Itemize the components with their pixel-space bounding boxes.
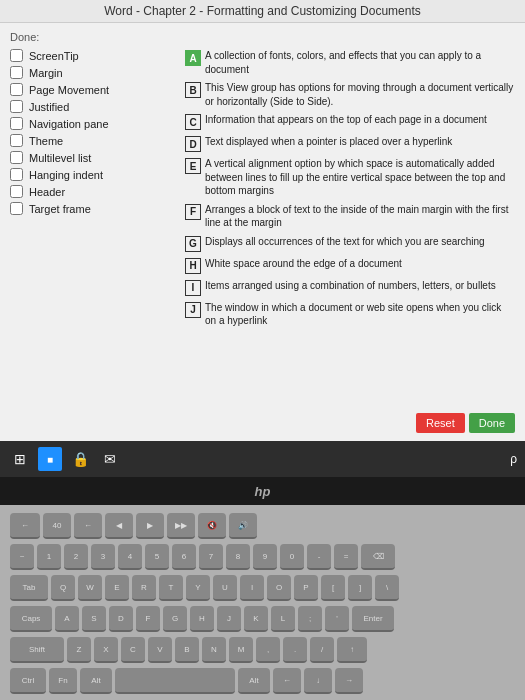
- key-7-1-7[interactable]: 7: [199, 544, 223, 570]
- key-Alt-5-4[interactable]: Alt: [238, 668, 270, 694]
- key-]-2-12[interactable]: ]: [348, 575, 372, 601]
- key-F-3-4[interactable]: F: [136, 606, 160, 632]
- key-[-2-11[interactable]: [: [321, 575, 345, 601]
- taskbar-app-icon[interactable]: ■: [38, 447, 62, 471]
- key-2-1-2[interactable]: 2: [64, 544, 88, 570]
- checkbox-hanging-indent[interactable]: [10, 168, 23, 181]
- key-0-1-10[interactable]: 0: [280, 544, 304, 570]
- checkbox-multilevel-list[interactable]: [10, 151, 23, 164]
- checkbox-margin[interactable]: [10, 66, 23, 79]
- checkbox-item-header[interactable]: Header: [10, 185, 175, 198]
- key-←-0-2[interactable]: ←: [74, 513, 102, 539]
- key-🔊-0-7[interactable]: 🔊: [229, 513, 257, 539]
- key-▶▶-0-5[interactable]: ▶▶: [167, 513, 195, 539]
- checkbox-item-margin[interactable]: Margin: [10, 66, 175, 79]
- key-E-2-3[interactable]: E: [105, 575, 129, 601]
- key-=-1-12[interactable]: =: [334, 544, 358, 570]
- key-W-2-2[interactable]: W: [78, 575, 102, 601]
- key-←-5-5[interactable]: ←: [273, 668, 301, 694]
- checkbox-item-target-frame[interactable]: Target frame: [10, 202, 175, 215]
- key-~-1-0[interactable]: ~: [10, 544, 34, 570]
- key-B-4-5[interactable]: B: [175, 637, 199, 663]
- key-L-3-9[interactable]: L: [271, 606, 295, 632]
- checkbox-screentip[interactable]: [10, 49, 23, 62]
- taskbar-lock-icon[interactable]: 🔒: [68, 447, 92, 471]
- key-6-1-6[interactable]: 6: [172, 544, 196, 570]
- checkbox-item-multilevel-list[interactable]: Multilevel list: [10, 151, 175, 164]
- key-Q-2-1[interactable]: Q: [51, 575, 75, 601]
- key-Shift-4-0[interactable]: Shift: [10, 637, 64, 663]
- key-⌫-1-13[interactable]: ⌫: [361, 544, 395, 570]
- key-H-3-6[interactable]: H: [190, 606, 214, 632]
- key-▶-0-4[interactable]: ▶: [136, 513, 164, 539]
- key-K-3-8[interactable]: K: [244, 606, 268, 632]
- checkbox-item-hanging-indent[interactable]: Hanging indent: [10, 168, 175, 181]
- key-3-1-3[interactable]: 3: [91, 544, 115, 570]
- key-1-1-1[interactable]: 1: [37, 544, 61, 570]
- key-Y-2-6[interactable]: Y: [186, 575, 210, 601]
- key-Z-4-1[interactable]: Z: [67, 637, 91, 663]
- key-↑-4-11[interactable]: ↑: [337, 637, 367, 663]
- checkbox-label-target-frame: Target frame: [29, 203, 91, 215]
- checkbox-item-theme[interactable]: Theme: [10, 134, 175, 147]
- key---1-11[interactable]: -: [307, 544, 331, 570]
- checkbox-item-navigation-pane[interactable]: Navigation pane: [10, 117, 175, 130]
- checkbox-theme[interactable]: [10, 134, 23, 147]
- key-X-4-2[interactable]: X: [94, 637, 118, 663]
- checkbox-item-page-movement[interactable]: Page Movement: [10, 83, 175, 96]
- key-◀-0-3[interactable]: ◀: [105, 513, 133, 539]
- checkbox-item-justified[interactable]: Justified: [10, 100, 175, 113]
- start-icon[interactable]: ⊞: [8, 447, 32, 471]
- checkbox-page-movement[interactable]: [10, 83, 23, 96]
- key-→-5-7[interactable]: →: [335, 668, 363, 694]
- key-P-2-10[interactable]: P: [294, 575, 318, 601]
- key-Tab-2-0[interactable]: Tab: [10, 575, 48, 601]
- key-\-2-13[interactable]: \: [375, 575, 399, 601]
- checkbox-navigation-pane[interactable]: [10, 117, 23, 130]
- key-D-3-3[interactable]: D: [109, 606, 133, 632]
- def-letter-h: H: [185, 258, 201, 274]
- definition-item-i: IItems arranged using a combination of n…: [185, 279, 515, 296]
- key-space-5-3[interactable]: [115, 668, 235, 694]
- done-button[interactable]: Done: [469, 413, 515, 433]
- taskbar-mail-icon[interactable]: ✉: [98, 447, 122, 471]
- key-40-0-1[interactable]: 40: [43, 513, 71, 539]
- key-C-4-3[interactable]: C: [121, 637, 145, 663]
- key-Enter-3-12[interactable]: Enter: [352, 606, 394, 632]
- key-←-0-0[interactable]: ←: [10, 513, 40, 539]
- key-/-4-10[interactable]: /: [310, 637, 334, 663]
- checkbox-justified[interactable]: [10, 100, 23, 113]
- checkbox-item-screentip[interactable]: ScreenTip: [10, 49, 175, 62]
- key-V-4-4[interactable]: V: [148, 637, 172, 663]
- key-J-3-7[interactable]: J: [217, 606, 241, 632]
- key-O-2-9[interactable]: O: [267, 575, 291, 601]
- key-,-4-8[interactable]: ,: [256, 637, 280, 663]
- key-A-3-1[interactable]: A: [55, 606, 79, 632]
- key-9-1-9[interactable]: 9: [253, 544, 277, 570]
- checkbox-target-frame[interactable]: [10, 202, 23, 215]
- key-Caps-3-0[interactable]: Caps: [10, 606, 52, 632]
- key-M-4-7[interactable]: M: [229, 637, 253, 663]
- def-letter-c: C: [185, 114, 201, 130]
- key-8-1-8[interactable]: 8: [226, 544, 250, 570]
- key-N-4-6[interactable]: N: [202, 637, 226, 663]
- key-Ctrl-5-0[interactable]: Ctrl: [10, 668, 46, 694]
- key-🔇-0-6[interactable]: 🔇: [198, 513, 226, 539]
- key-I-2-8[interactable]: I: [240, 575, 264, 601]
- key-T-2-5[interactable]: T: [159, 575, 183, 601]
- key-'-3-11[interactable]: ': [325, 606, 349, 632]
- key-Fn-5-1[interactable]: Fn: [49, 668, 77, 694]
- key-U-2-7[interactable]: U: [213, 575, 237, 601]
- reset-button[interactable]: Reset: [416, 413, 465, 433]
- key-Alt-5-2[interactable]: Alt: [80, 668, 112, 694]
- checkbox-header[interactable]: [10, 185, 23, 198]
- key-4-1-4[interactable]: 4: [118, 544, 142, 570]
- key-G-3-5[interactable]: G: [163, 606, 187, 632]
- key-.-4-9[interactable]: .: [283, 637, 307, 663]
- key-R-2-4[interactable]: R: [132, 575, 156, 601]
- key-S-3-2[interactable]: S: [82, 606, 106, 632]
- key-;-3-10[interactable]: ;: [298, 606, 322, 632]
- key-↓-5-6[interactable]: ↓: [304, 668, 332, 694]
- def-letter-a: A: [185, 50, 201, 66]
- key-5-1-5[interactable]: 5: [145, 544, 169, 570]
